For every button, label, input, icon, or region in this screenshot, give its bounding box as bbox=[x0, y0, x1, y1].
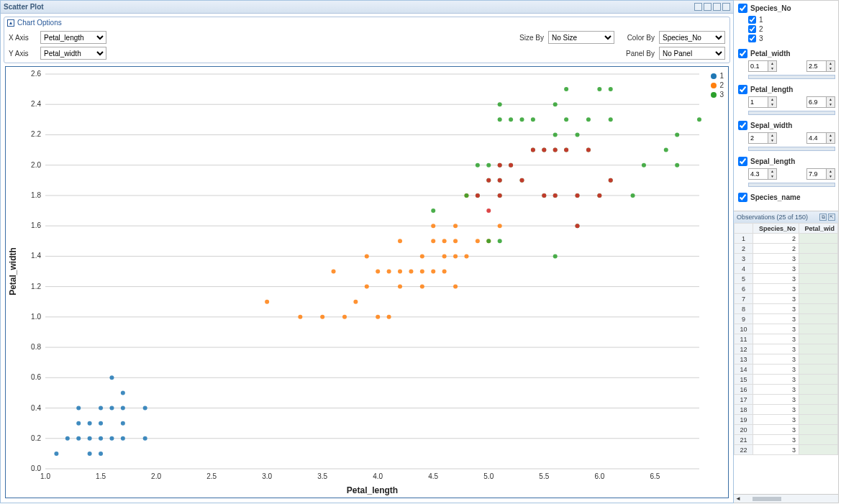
window-title: Scatter Plot bbox=[4, 3, 44, 11]
species-item-check[interactable] bbox=[748, 16, 756, 24]
table-row[interactable]: 173 bbox=[735, 395, 838, 405]
svg-point-150 bbox=[531, 148, 535, 152]
svg-point-142 bbox=[476, 193, 480, 198]
svg-point-62 bbox=[143, 406, 147, 411]
petal-width-min-spinner[interactable]: 0.1▲▼ bbox=[748, 60, 777, 72]
svg-point-61 bbox=[143, 436, 147, 441]
svg-text:2.0: 2.0 bbox=[151, 472, 161, 480]
side-panel: Species_No 123 Petal_width 0.1▲▼ 2.5▲▼ P… bbox=[734, 0, 839, 503]
svg-point-77 bbox=[398, 239, 402, 243]
observations-table[interactable]: Species_No Petal_wid 1222334353637383931… bbox=[734, 223, 838, 494]
sizeby-select[interactable]: No Size bbox=[548, 31, 614, 44]
table-row[interactable]: 73 bbox=[735, 294, 838, 304]
colorby-select[interactable]: Species_No bbox=[659, 31, 725, 44]
col-petal-wid[interactable]: Petal_wid bbox=[799, 224, 838, 234]
sepal-width-max-spinner[interactable]: 4.4▲▼ bbox=[806, 132, 835, 144]
table-row[interactable]: 213 bbox=[735, 435, 838, 445]
petal-width-slider[interactable] bbox=[748, 75, 835, 79]
svg-point-54 bbox=[109, 436, 114, 441]
chart-options-header[interactable]: ▴ Chart Options bbox=[4, 17, 729, 28]
svg-point-45 bbox=[76, 421, 81, 426]
svg-point-159 bbox=[597, 193, 601, 198]
petal-length-slider[interactable] bbox=[748, 111, 835, 115]
svg-point-51 bbox=[99, 436, 103, 441]
xaxis-label: X Axis bbox=[9, 34, 36, 42]
table-row[interactable]: 43 bbox=[735, 264, 838, 274]
svg-point-103 bbox=[486, 163, 491, 168]
panelby-select[interactable]: No Panel bbox=[659, 47, 725, 60]
svg-point-81 bbox=[420, 254, 424, 258]
filter-species-no-check[interactable] bbox=[738, 4, 747, 13]
obs-expand-icon[interactable]: ⇱ bbox=[828, 214, 835, 221]
filter-sepal-length-check[interactable] bbox=[738, 157, 747, 166]
table-row[interactable]: 22 bbox=[735, 244, 838, 254]
xaxis-select[interactable]: Petal_length bbox=[40, 31, 106, 44]
yaxis-select[interactable]: Petal_width bbox=[40, 47, 106, 60]
svg-point-43 bbox=[65, 436, 70, 441]
table-row[interactable]: 83 bbox=[735, 304, 838, 314]
sepal-width-min-spinner[interactable]: 2▲▼ bbox=[748, 132, 777, 144]
filter-petal-width: Petal_width 0.1▲▼ 2.5▲▼ bbox=[738, 49, 835, 79]
scatter-plot[interactable]: 0.00.20.40.60.81.01.21.41.61.82.02.22.42… bbox=[6, 67, 728, 498]
svg-point-57 bbox=[121, 436, 125, 441]
sepal-length-min-spinner[interactable]: 4.3▲▼ bbox=[748, 168, 777, 180]
svg-point-121 bbox=[553, 132, 558, 137]
table-row[interactable]: 12 bbox=[735, 234, 838, 244]
table-row[interactable]: 193 bbox=[735, 415, 838, 425]
svg-point-73 bbox=[387, 315, 391, 319]
svg-point-78 bbox=[409, 270, 413, 274]
table-row[interactable]: 153 bbox=[735, 375, 838, 385]
obs-collapse-icon[interactable]: ⧉ bbox=[819, 214, 827, 221]
table-row[interactable]: 163 bbox=[735, 385, 838, 395]
svg-point-155 bbox=[564, 148, 568, 152]
filter-petal-length-check[interactable] bbox=[738, 85, 747, 94]
svg-point-96 bbox=[498, 224, 502, 228]
filter-petal-width-check[interactable] bbox=[738, 49, 747, 58]
table-row[interactable]: 203 bbox=[735, 425, 838, 435]
table-row[interactable]: 223 bbox=[735, 445, 838, 455]
species-item-check[interactable] bbox=[748, 35, 756, 42]
legend-label: 2 bbox=[719, 81, 724, 89]
refresh-icon[interactable] bbox=[704, 3, 712, 11]
legend: 123 bbox=[711, 71, 724, 99]
svg-text:Petal_length: Petal_length bbox=[347, 485, 398, 495]
svg-text:2.4: 2.4 bbox=[31, 100, 41, 108]
svg-text:5.5: 5.5 bbox=[539, 472, 549, 480]
svg-point-48 bbox=[88, 436, 92, 441]
observations-scrollbar[interactable]: ◄ bbox=[734, 494, 838, 503]
table-row[interactable]: 113 bbox=[735, 334, 838, 344]
chart-area[interactable]: 0.00.20.40.60.81.01.21.41.61.82.02.22.42… bbox=[5, 66, 729, 498]
petal-length-max-spinner[interactable]: 6.9▲▼ bbox=[806, 96, 835, 108]
svg-point-151 bbox=[542, 193, 546, 198]
petal-length-min-spinner[interactable]: 1▲▼ bbox=[748, 96, 777, 108]
col-species-no[interactable]: Species_No bbox=[753, 224, 799, 234]
colorby-label: Color By bbox=[619, 34, 655, 42]
petal-width-max-spinner[interactable]: 2.5▲▼ bbox=[806, 60, 835, 72]
table-row[interactable]: 93 bbox=[735, 314, 838, 324]
collapse-icon[interactable]: ▴ bbox=[7, 19, 14, 27]
table-row[interactable]: 63 bbox=[735, 284, 838, 294]
table-row[interactable]: 133 bbox=[735, 354, 838, 365]
chart-options-label: Chart Options bbox=[17, 19, 62, 27]
filter-sepal-width-check[interactable] bbox=[738, 121, 747, 130]
svg-point-83 bbox=[431, 239, 435, 243]
filter-species-no: Species_No 123 bbox=[738, 4, 835, 43]
sepal-length-max-spinner[interactable]: 7.9▲▼ bbox=[806, 168, 835, 180]
table-row[interactable]: 33 bbox=[735, 254, 838, 264]
table-row[interactable]: 183 bbox=[735, 405, 838, 415]
svg-point-90 bbox=[453, 239, 458, 243]
table-row[interactable]: 103 bbox=[735, 324, 838, 334]
sepal-width-slider[interactable] bbox=[748, 147, 835, 151]
sepal-length-slider[interactable] bbox=[748, 183, 835, 187]
species-item-check[interactable] bbox=[748, 25, 756, 33]
svg-point-104 bbox=[498, 239, 502, 243]
svg-point-84 bbox=[431, 224, 435, 228]
close-icon[interactable] bbox=[722, 3, 730, 11]
table-row[interactable]: 123 bbox=[735, 344, 838, 354]
help-icon[interactable] bbox=[694, 3, 702, 11]
maximize-icon[interactable] bbox=[713, 3, 721, 11]
svg-point-67 bbox=[342, 315, 347, 319]
table-row[interactable]: 143 bbox=[735, 365, 838, 375]
table-row[interactable]: 53 bbox=[735, 274, 838, 284]
filter-species-name-check[interactable] bbox=[738, 193, 747, 202]
